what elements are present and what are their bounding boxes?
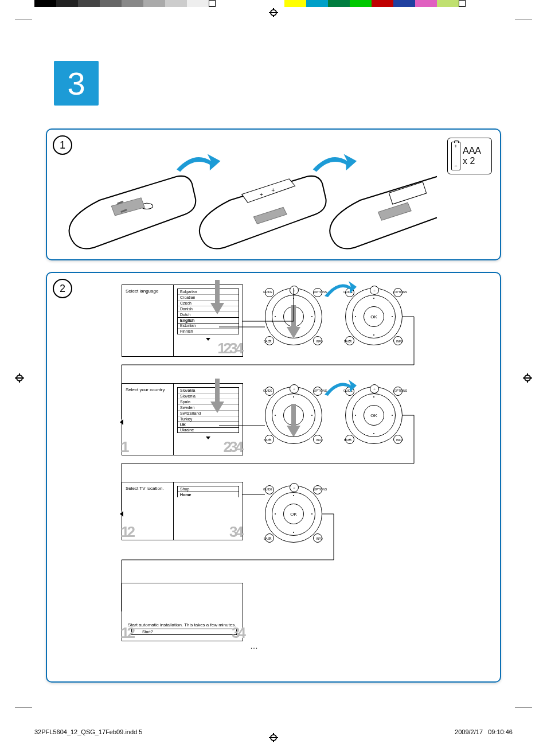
big-numbers: 1234	[217, 340, 241, 357]
list-item: Slovenia	[178, 393, 239, 399]
list-item: Croatian	[178, 295, 239, 301]
list-item: Bulgarian	[178, 289, 239, 295]
svg-text:+: +	[260, 192, 263, 198]
chevron-down-icon	[206, 338, 210, 341]
guide-label: GUIDE	[263, 389, 272, 392]
info-label: INFO	[396, 340, 403, 343]
arrow-down-icon	[210, 379, 224, 413]
list-item: Czech	[178, 301, 239, 306]
menu-location: Select TV location. 12 Shop Home 34	[122, 482, 243, 540]
crop-mark	[515, 707, 532, 708]
navpad-scroll: ↶ ⌂ GUIDE OPTIONS BACK INFO	[265, 387, 322, 444]
big-numbers: 1	[121, 438, 129, 456]
home-icon: ⌂	[290, 286, 299, 295]
footer-datetime: 2009/2/17 09:10:46	[455, 728, 513, 735]
battery-requirement: + − AAA x 2	[447, 138, 492, 174]
back-label: BACK	[344, 340, 352, 343]
svg-text:+: +	[271, 187, 275, 193]
install-text: Start automatic installation. This takes…	[128, 622, 237, 628]
chevron-left-icon	[120, 511, 123, 517]
registration-mark-icon	[269, 733, 278, 742]
registration-mark-icon	[15, 373, 24, 383]
ok-button: OK	[283, 504, 304, 524]
location-list: Shop Home	[177, 486, 239, 497]
crop-mark	[515, 20, 532, 37]
language-list: Bulgarian Croatian Czech Danish Dutch En…	[177, 289, 239, 334]
menu-country: Select your country 1 Slovakia Slovenia …	[122, 383, 243, 455]
back-label: BACK	[344, 438, 352, 442]
content: 3 1 + − AAA x 2	[34, 26, 513, 727]
panel-batteries: 1 + − AAA x 2	[46, 128, 501, 260]
step-badge: 3	[54, 61, 99, 106]
substep-2: 2	[53, 279, 72, 298]
menu-language: Select language Bulgarian Croatian Czech…	[122, 285, 243, 357]
arrow-down-icon	[287, 404, 300, 437]
battery-icon: + −	[451, 142, 460, 170]
home-icon: ⌂	[370, 384, 379, 393]
footer-file: 32PFL5604_12_QSG_17Feb09.indd 5	[34, 728, 142, 735]
list-item: Finnish	[178, 329, 239, 334]
list-item: Estonian	[178, 323, 239, 329]
guide-label: GUIDE	[263, 290, 272, 294]
info-label: INFO	[316, 340, 323, 343]
start-button[interactable]: Start?	[131, 629, 237, 635]
list-item: Slovakia	[178, 388, 239, 393]
info-label: INFO	[316, 537, 323, 540]
chevron-down-icon	[206, 437, 210, 439]
arrow-down-icon	[287, 305, 300, 338]
list-item: Spain	[178, 399, 239, 405]
big-numbers: 12	[121, 523, 133, 541]
big-numbers: 234	[224, 438, 241, 456]
back-label: BACK	[264, 340, 272, 343]
options-label: OPTIONS	[394, 290, 407, 294]
country-list: Slovakia Slovenia Spain Sweden Switzerla…	[177, 387, 239, 433]
list-item: Danish	[178, 306, 239, 312]
menu-title: Select TV location.	[126, 486, 164, 491]
ok-button: OK	[364, 306, 384, 327]
options-label: OPTIONS	[314, 488, 327, 491]
navpad-ok: OK ↶ ⌂ GUIDE OPTIONS BACK INFO	[265, 485, 322, 543]
options-label: OPTIONS	[394, 389, 407, 392]
ok-button: OK	[364, 405, 384, 426]
calibration-bars	[0, 0, 547, 7]
info-label: INFO	[396, 438, 403, 442]
big-numbers: 34	[232, 624, 244, 642]
back-label: BACK	[264, 438, 272, 442]
info-label: INFO	[316, 438, 323, 442]
big-numbers: 12	[121, 624, 133, 642]
remote-illustrations: + +	[58, 147, 437, 254]
registration-mark-icon	[523, 373, 532, 383]
guide-label: GUIDE	[263, 488, 272, 491]
arrow-curve-icon	[325, 281, 357, 298]
home-icon: ⌂	[370, 286, 379, 295]
page: 3 1 + − AAA x 2	[0, 0, 547, 756]
home-icon: ⌂	[290, 384, 299, 393]
battery-plus: +	[454, 143, 457, 149]
battery-minus: −	[454, 163, 457, 169]
crop-mark	[15, 20, 32, 37]
list-item: Ukraine	[178, 427, 239, 432]
list-item: Sweden	[178, 405, 239, 411]
big-numbers: 34	[229, 523, 241, 541]
arrow-curve-icon	[325, 380, 357, 397]
home-icon: ⌂	[290, 483, 299, 492]
arrow-down-icon	[210, 280, 224, 314]
navpad-scroll: ↶ ⌂ GUIDE OPTIONS BACK INFO	[265, 288, 322, 345]
list-item-selected: Home	[177, 492, 239, 497]
ellipsis: …	[250, 641, 260, 650]
menu-title: Select language	[126, 289, 158, 294]
menu-install: 12 34 Start automatic installation. This…	[122, 583, 243, 641]
chevron-left-icon	[120, 419, 123, 425]
registration-mark-icon	[269, 8, 278, 17]
back-label: BACK	[264, 537, 272, 540]
crop-mark	[15, 707, 32, 708]
panel-setup: 2 Select language Bulgarian Croatian Cze…	[46, 272, 501, 683]
menu-title: Select your country	[126, 387, 165, 392]
list-item: Switzerland	[178, 411, 239, 416]
battery-label: AAA x 2	[463, 146, 481, 166]
